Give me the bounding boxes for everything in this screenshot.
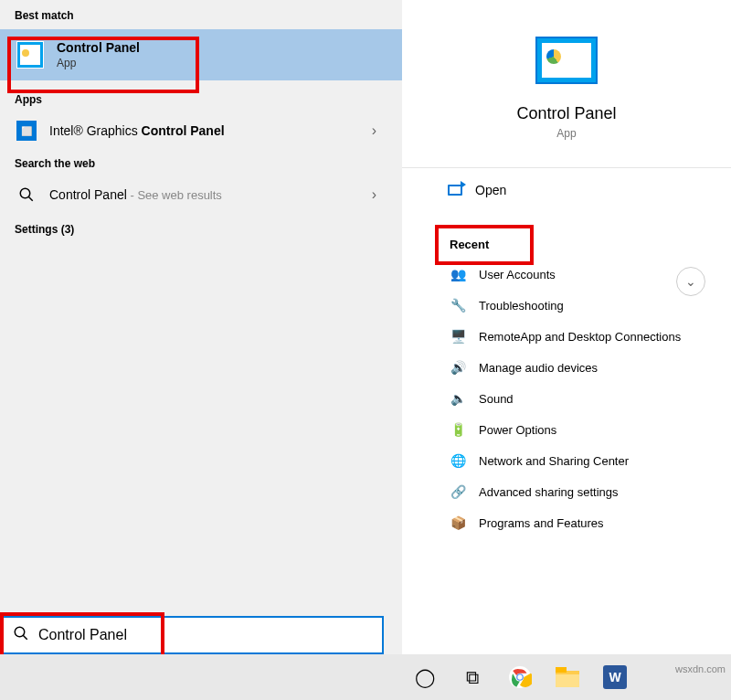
web-search-item[interactable]: Control Panel - See web results › — [0, 177, 402, 212]
control-panel-icon — [16, 41, 44, 69]
control-panel-large-icon — [535, 37, 598, 84]
search-results-panel: Best match Control Panel App Apps ⬜ Inte… — [0, 0, 402, 654]
recent-item[interactable]: 🔋Power Options — [444, 414, 731, 445]
search-input-box[interactable]: Control Panel — [2, 616, 384, 654]
task-view-icon[interactable]: ⧉ — [459, 663, 486, 691]
recent-item-label: RemoteApp and Desktop Connections — [479, 330, 681, 344]
svg-text:W: W — [609, 670, 621, 684]
recent-item-label: Power Options — [479, 423, 556, 437]
svg-point-6 — [517, 674, 522, 679]
section-settings[interactable]: Settings (3) — [0, 212, 402, 243]
detail-title: Control Panel — [402, 104, 731, 123]
open-action[interactable]: Open — [402, 168, 731, 212]
app-item-label: Intel® Graphics Control Panel — [49, 123, 363, 138]
recent-item-label: Manage audio devices — [479, 361, 598, 375]
recent-item-label: User Accounts — [479, 268, 556, 281]
recent-list: 👥User Accounts🔧Troubleshooting🖥️RemoteAp… — [402, 259, 731, 538]
watermark: wsxdn.com — [675, 663, 726, 674]
recent-item-icon: 🔗 — [450, 483, 466, 500]
best-match-title: Control Panel — [57, 40, 140, 55]
recent-item[interactable]: 🔗Advanced sharing settings — [444, 476, 731, 507]
recent-heading: Recent — [402, 212, 731, 259]
svg-rect-8 — [556, 667, 567, 673]
detail-subtitle: App — [402, 127, 731, 140]
svg-line-1 — [28, 196, 33, 201]
recent-item-icon: 🌐 — [450, 452, 466, 469]
svg-line-3 — [23, 635, 27, 640]
svg-point-2 — [15, 627, 25, 637]
app-item-intel-graphics[interactable]: ⬜ Intel® Graphics Control Panel › — [0, 113, 402, 148]
recent-item-icon: 🔋 — [450, 421, 466, 438]
open-label: Open — [475, 183, 506, 197]
recent-item-icon: 📦 — [450, 514, 466, 531]
svg-rect-9 — [556, 674, 579, 687]
search-input-value: Control Panel — [38, 627, 127, 643]
best-match-subtitle: App — [57, 57, 140, 69]
cortana-icon[interactable]: ◯ — [411, 663, 439, 691]
chevron-right-icon[interactable]: › — [363, 122, 386, 139]
web-item-label: Control Panel - See web results — [49, 187, 363, 202]
search-icon — [16, 185, 37, 205]
expand-chevron-icon[interactable]: ⌄ — [676, 267, 705, 296]
open-icon — [448, 185, 462, 196]
best-match-item[interactable]: Control Panel App — [0, 29, 402, 80]
file-explorer-icon[interactable] — [554, 663, 581, 691]
chrome-icon[interactable] — [506, 663, 534, 691]
recent-item[interactable]: 📦Programs and Features — [444, 507, 731, 538]
word-icon[interactable]: W — [601, 663, 629, 691]
section-best-match: Best match — [0, 0, 402, 29]
recent-item[interactable]: 🖥️RemoteApp and Desktop Connections — [444, 321, 731, 352]
recent-item-label: Network and Sharing Center — [479, 454, 629, 468]
detail-panel: Control Panel App Open Recent 👥User Acco… — [402, 0, 731, 654]
recent-item-icon: 🔊 — [450, 359, 466, 376]
recent-item[interactable]: 🔈Sound — [444, 383, 731, 414]
chevron-right-icon[interactable]: › — [363, 186, 386, 203]
recent-item[interactable]: 🔊Manage audio devices — [444, 352, 731, 383]
intel-graphics-icon: ⬜ — [16, 121, 37, 141]
recent-item-icon: 👥 — [450, 266, 466, 282]
section-apps: Apps — [0, 80, 402, 113]
recent-item-label: Troubleshooting — [479, 299, 564, 313]
recent-item[interactable]: 🌐Network and Sharing Center — [444, 445, 731, 476]
section-search-web: Search the web — [0, 148, 402, 177]
recent-item-icon: 🔧 — [450, 297, 466, 313]
recent-item-icon: 🔈 — [450, 390, 466, 407]
search-icon — [13, 625, 29, 645]
recent-item-label: Programs and Features — [479, 516, 604, 530]
svg-point-0 — [20, 188, 30, 198]
recent-item-label: Advanced sharing settings — [479, 485, 618, 499]
recent-item-label: Sound — [479, 392, 514, 406]
taskbar: ◯ ⧉ W — [0, 654, 731, 700]
recent-item-icon: 🖥️ — [450, 328, 466, 345]
